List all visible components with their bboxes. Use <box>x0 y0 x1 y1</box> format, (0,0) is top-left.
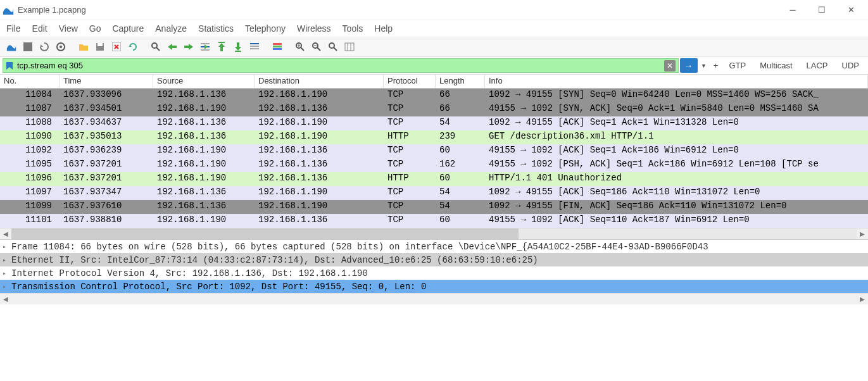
filter-preset-multicast[interactable]: Multicast <box>753 58 798 73</box>
go-to-packet-icon[interactable] <box>198 39 213 54</box>
zoom-out-icon[interactable] <box>309 39 324 54</box>
menu-view[interactable]: View <box>59 23 78 34</box>
svg-rect-14 <box>250 48 259 49</box>
go-back-icon[interactable] <box>165 39 180 54</box>
menu-go[interactable]: Go <box>89 23 101 34</box>
menu-help[interactable]: Help <box>374 23 393 34</box>
detail-line[interactable]: ▸Transmission Control Protocol, Src Port… <box>0 280 868 293</box>
cell-info: 1092 → 49155 [FIN, ACK] Seq=186 Ack=110 … <box>485 200 868 214</box>
display-filter-input[interactable]: ✕ <box>3 58 679 73</box>
stop-capture-icon[interactable] <box>20 39 35 54</box>
packet-row[interactable]: 110881637.934637192.168.1.136192.168.1.1… <box>0 116 868 130</box>
window-title: Example 1.pcapng <box>18 5 778 15</box>
find-icon[interactable] <box>148 39 163 54</box>
open-file-icon[interactable] <box>76 39 91 54</box>
cell-protocol: HTTP <box>384 172 436 186</box>
expand-icon[interactable]: ▸ <box>3 270 11 277</box>
go-last-icon[interactable] <box>230 39 246 54</box>
packet-row[interactable]: 110901637.935013192.168.1.136192.168.1.1… <box>0 130 868 144</box>
cell-time: 1637.935013 <box>60 130 153 144</box>
menu-statistics[interactable]: Statistics <box>198 23 234 34</box>
resize-columns-icon[interactable] <box>342 39 357 54</box>
scroll-right-icon[interactable]: ▶ <box>857 296 868 303</box>
filter-text-field[interactable] <box>17 61 663 70</box>
svg-rect-16 <box>273 46 282 47</box>
restart-capture-icon[interactable] <box>37 39 52 54</box>
capture-options-icon[interactable] <box>53 39 68 54</box>
cell-time: 1637.936239 <box>60 144 153 158</box>
expand-icon[interactable]: ▸ <box>3 243 11 251</box>
column-source[interactable]: Source <box>153 75 255 88</box>
scroll-left-icon[interactable]: ◀ <box>0 228 11 239</box>
column-destination[interactable]: Destination <box>255 75 384 88</box>
apply-filter-button[interactable]: → <box>680 58 698 73</box>
menu-analyze[interactable]: Analyze <box>155 23 187 34</box>
column-no[interactable]: No. <box>0 75 60 88</box>
packet-row[interactable]: 110951637.937201192.168.1.190192.168.1.1… <box>0 158 868 172</box>
detail-line[interactable]: ▸Frame 11084: 66 bytes on wire (528 bits… <box>0 240 868 253</box>
packet-details-pane[interactable]: ▸Frame 11084: 66 bytes on wire (528 bits… <box>0 239 868 293</box>
column-protocol[interactable]: Protocol <box>384 75 436 88</box>
menu-edit[interactable]: Edit <box>32 23 47 34</box>
column-length[interactable]: Length <box>436 75 485 88</box>
expand-icon[interactable]: ▸ <box>3 283 11 290</box>
zoom-in-icon[interactable] <box>292 39 308 54</box>
cell-protocol: HTTP <box>384 130 436 144</box>
close-file-icon[interactable] <box>109 39 124 54</box>
packet-list-scrollbar[interactable]: ◀ ▶ <box>0 228 868 239</box>
cell-source: 192.168.1.190 <box>153 158 255 172</box>
scroll-left-icon[interactable]: ◀ <box>0 296 11 303</box>
expand-icon[interactable]: ▸ <box>3 256 11 264</box>
go-first-icon[interactable] <box>214 39 229 54</box>
close-button[interactable]: ✕ <box>836 1 865 20</box>
cell-info: GET /description36.xml HTTP/1.1 <box>485 130 868 144</box>
cell-protocol: TCP <box>384 158 436 172</box>
packet-row[interactable]: 111011637.938810192.168.1.190192.168.1.1… <box>0 214 868 228</box>
auto-scroll-icon[interactable] <box>247 39 262 54</box>
cell-time: 1637.937610 <box>60 200 153 214</box>
packet-list[interactable]: 110841637.933096192.168.1.136192.168.1.1… <box>0 89 868 228</box>
filter-preset-udp[interactable]: UDP <box>836 58 865 73</box>
cell-no: 11088 <box>0 116 60 130</box>
svg-rect-12 <box>250 43 259 44</box>
filter-preset-gtp[interactable]: GTP <box>723 58 753 73</box>
menu-bar: File Edit View Go Capture Analyze Statis… <box>0 20 868 37</box>
titlebar: Example 1.pcapng ─ ☐ ✕ <box>0 0 868 20</box>
detail-text: Internet Protocol Version 4, Src: 192.16… <box>11 268 368 278</box>
packet-row[interactable]: 110921637.936239192.168.1.190192.168.1.1… <box>0 144 868 158</box>
filter-dropdown-icon[interactable]: ▼ <box>699 58 709 73</box>
detail-line[interactable]: ▸Ethernet II, Src: IntelCor_87:73:14 (04… <box>0 253 868 266</box>
colorize-icon[interactable] <box>270 39 285 54</box>
packet-row[interactable]: 110871637.934501192.168.1.190192.168.1.1… <box>0 103 868 116</box>
zoom-reset-icon[interactable] <box>325 39 341 54</box>
cell-destination: 192.168.1.190 <box>255 200 384 214</box>
maximize-button[interactable]: ☐ <box>807 1 836 20</box>
menu-tools[interactable]: Tools <box>343 23 363 34</box>
scroll-right-icon[interactable]: ▶ <box>857 228 868 239</box>
menu-capture[interactable]: Capture <box>112 23 144 34</box>
menu-wireless[interactable]: Wireless <box>297 23 331 34</box>
packet-row[interactable]: 110971637.937347192.168.1.136192.168.1.1… <box>0 186 868 200</box>
minimize-button[interactable]: ─ <box>778 1 807 20</box>
save-file-icon[interactable] <box>92 39 108 54</box>
start-capture-icon[interactable] <box>4 39 19 54</box>
packet-list-header: No. Time Source Destination Protocol Len… <box>0 75 868 89</box>
packet-row[interactable]: 110961637.937201192.168.1.190192.168.1.1… <box>0 172 868 186</box>
add-filter-button[interactable]: + <box>710 58 722 73</box>
go-forward-icon[interactable] <box>181 39 196 54</box>
bookmark-icon[interactable] <box>6 61 15 70</box>
detail-line[interactable]: ▸Internet Protocol Version 4, Src: 192.1… <box>0 266 868 280</box>
cell-protocol: TCP <box>384 214 436 228</box>
reload-icon[interactable] <box>125 39 141 54</box>
clear-filter-icon[interactable]: ✕ <box>664 60 676 72</box>
menu-file[interactable]: File <box>6 23 21 34</box>
column-info[interactable]: Info <box>485 75 868 88</box>
cell-protocol: TCP <box>384 200 436 214</box>
details-scrollbar[interactable]: ◀ ▶ <box>0 293 868 304</box>
menu-telephony[interactable]: Telephony <box>245 23 286 34</box>
packet-row[interactable]: 110841637.933096192.168.1.136192.168.1.1… <box>0 89 868 103</box>
cell-length: 60 <box>436 144 485 158</box>
filter-preset-lacp[interactable]: LACP <box>800 58 834 73</box>
column-time[interactable]: Time <box>60 75 153 88</box>
packet-row[interactable]: 110991637.937610192.168.1.136192.168.1.1… <box>0 200 868 214</box>
